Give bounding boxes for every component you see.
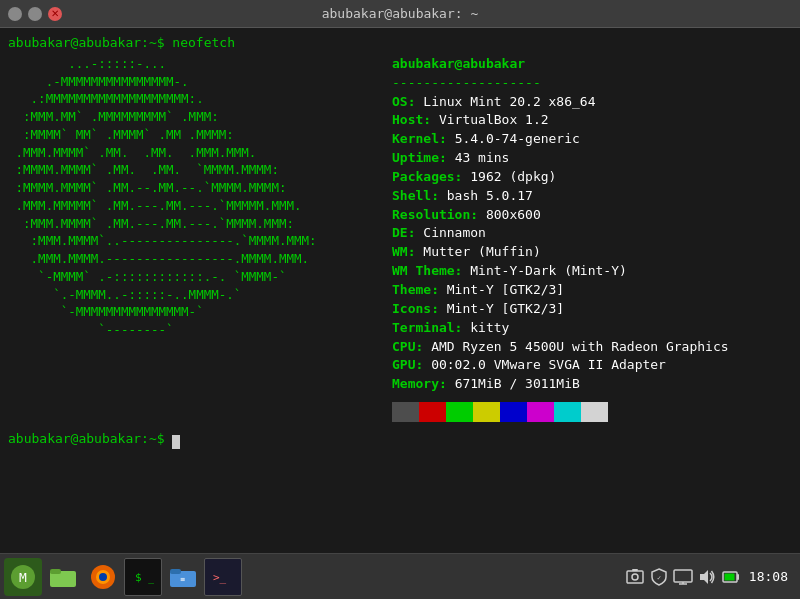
terminal-label: Terminal:: [392, 320, 470, 335]
taskbar-files[interactable]: [44, 558, 82, 596]
svg-point-6: [99, 573, 107, 581]
shell-line: Shell: bash 5.0.17: [392, 187, 729, 206]
de-line: DE: Cinnamon: [392, 224, 729, 243]
packages-label: Packages:: [392, 169, 470, 184]
username: abubakar@abubakar: [392, 56, 525, 71]
window-title: abubakar@abubakar: ~: [68, 6, 732, 21]
svg-rect-14: [627, 571, 643, 583]
os-label: OS:: [392, 94, 423, 109]
wm-line: WM: Mutter (Muffin): [392, 243, 729, 262]
separator: -------------------: [392, 75, 541, 90]
host-value: VirtualBox 1.2: [439, 112, 549, 127]
shell-value: bash 5.0.17: [447, 188, 533, 203]
resolution-value: 800x600: [486, 207, 541, 222]
taskbar-shell[interactable]: >_: [204, 558, 242, 596]
cpu-label: CPU:: [392, 339, 431, 354]
ascii-art-section: ...-:::::-... .-MMMMMMMMMMMMMMM-. .:MMMM…: [8, 55, 388, 422]
term-content: abubakar@abubakar:~$ neofetch ...-:::::-…: [8, 34, 729, 547]
theme-line: Theme: Mint-Y [GTK2/3]: [392, 281, 729, 300]
memory-label: Memory:: [392, 376, 455, 391]
neofetch-output: ...-:::::-... .-MMMMMMMMMMMMMMM-. .:MMMM…: [8, 55, 729, 422]
separator-line: -------------------: [392, 74, 729, 93]
wm-label: WM:: [392, 244, 423, 259]
host-label: Host:: [392, 112, 439, 127]
uptime-value: 43 mins: [455, 150, 510, 165]
battery-icon[interactable]: [721, 567, 741, 587]
ascii-art: ...-:::::-... .-MMMMMMMMMMMMMMM-. .:MMMM…: [8, 55, 388, 339]
user-host-line: abubakar@abubakar: [392, 55, 729, 74]
wmtheme-line: WM Theme: Mint-Y-Dark (Mint-Y): [392, 262, 729, 281]
taskbar-mint-logo[interactable]: M: [4, 558, 42, 596]
shell-label: Shell:: [392, 188, 447, 203]
icons-label: Icons:: [392, 301, 447, 316]
memory-line: Memory: 671MiB / 3011MiB: [392, 375, 729, 394]
kernel-line: Kernel: 5.4.0-74-generic: [392, 130, 729, 149]
terminal-line: Terminal: kitty: [392, 319, 729, 338]
resolution-label: Resolution:: [392, 207, 486, 222]
os-value: Linux Mint 20.2 x86_64: [423, 94, 595, 109]
svg-rect-3: [50, 569, 61, 574]
svg-rect-18: [674, 570, 692, 582]
wmtheme-value: Mint-Y-Dark (Mint-Y): [470, 263, 627, 278]
volume-icon[interactable]: [697, 567, 717, 587]
minimize-button[interactable]: _: [8, 7, 22, 21]
theme-value: Mint-Y [GTK2/3]: [447, 282, 564, 297]
host-line: Host: VirtualBox 1.2: [392, 111, 729, 130]
close-button[interactable]: ✕: [48, 7, 62, 21]
nemo-icon: ≡: [169, 565, 197, 589]
cpu-value: AMD Ryzen 5 4500U with Radeon Graphics: [431, 339, 728, 354]
kernel-label: Kernel:: [392, 131, 455, 146]
packages-line: Packages: 1962 (dpkg): [392, 168, 729, 187]
files-icon: [49, 565, 77, 589]
color-bar: [392, 402, 729, 422]
svg-text:$ _: $ _: [135, 571, 154, 584]
clock[interactable]: 18:08: [745, 567, 792, 586]
taskbar-terminal[interactable]: $ _: [124, 558, 162, 596]
kernel-value: 5.4.0-74-generic: [455, 131, 580, 146]
color-swatch-6: [554, 402, 581, 422]
maximize-button[interactable]: □: [28, 7, 42, 21]
color-swatch-5: [527, 402, 554, 422]
de-label: DE:: [392, 225, 423, 240]
svg-marker-21: [700, 570, 708, 584]
taskbar-nemo[interactable]: ≡: [164, 558, 202, 596]
theme-label: Theme:: [392, 282, 447, 297]
second-prompt-line: abubakar@abubakar:~$: [8, 430, 729, 449]
memory-value: 671MiB / 3011MiB: [455, 376, 580, 391]
svg-rect-24: [724, 573, 734, 580]
gpu-label: GPU:: [392, 357, 431, 372]
color-swatch-3: [473, 402, 500, 422]
display-icon[interactable]: [673, 567, 693, 587]
svg-point-15: [632, 574, 638, 580]
gpu-value: 00:02.0 VMware SVGA II Adapter: [431, 357, 666, 372]
terminal-value: kitty: [470, 320, 509, 335]
taskbar-firefox[interactable]: [84, 558, 122, 596]
screenshot-icon[interactable]: [625, 567, 645, 587]
uptime-line: Uptime: 43 mins: [392, 149, 729, 168]
color-swatch-1: [419, 402, 446, 422]
icons-line: Icons: Mint-Y [GTK2/3]: [392, 300, 729, 319]
mint-logo-icon: M: [10, 564, 36, 590]
svg-text:>_: >_: [213, 571, 227, 584]
taskbar: M $ _: [0, 553, 800, 599]
wmtheme-label: WM Theme:: [392, 263, 470, 278]
icons-value: Mint-Y [GTK2/3]: [447, 301, 564, 316]
wm-value: Mutter (Muffin): [423, 244, 540, 259]
packages-value: 1962 (dpkg): [470, 169, 556, 184]
resolution-line: Resolution: 800x600: [392, 206, 729, 225]
titlebar: _ □ ✕ abubakar@abubakar: ~: [0, 0, 800, 28]
security-icon[interactable]: ✓: [649, 567, 669, 587]
color-swatch-7: [581, 402, 608, 422]
terminal-icon: $ _: [132, 568, 154, 586]
svg-rect-16: [632, 569, 638, 571]
color-swatch-2: [446, 402, 473, 422]
taskbar-apps: M $ _: [4, 558, 242, 596]
color-swatch-4: [500, 402, 527, 422]
terminal-window: abubakar@abubakar:~$ neofetch ...-:::::-…: [0, 28, 800, 553]
shell-icon: >_: [211, 566, 235, 588]
svg-text:≡: ≡: [181, 575, 186, 584]
taskbar-systray: ✓ 18:08: [625, 567, 796, 587]
os-line: OS: Linux Mint 20.2 x86_64: [392, 93, 729, 112]
prompt2: abubakar@abubakar:~$: [8, 431, 165, 446]
de-value: Cinnamon: [423, 225, 486, 240]
